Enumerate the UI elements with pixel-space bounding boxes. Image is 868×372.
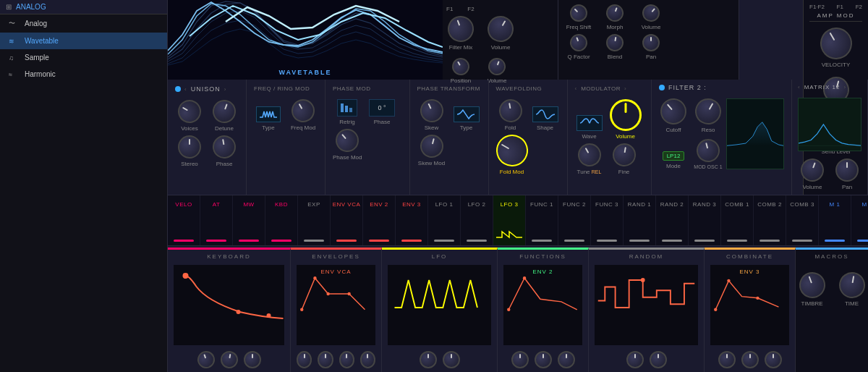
kb-knob2[interactable] bbox=[219, 350, 239, 370]
mod-cell-env3[interactable]: ENV 3 bbox=[396, 195, 428, 245]
mod-cell-func3[interactable]: FUNC 3 bbox=[591, 195, 624, 245]
rand-knob2[interactable] bbox=[650, 351, 667, 368]
mod-cell-m2[interactable]: M 2 bbox=[851, 195, 868, 245]
freq-shift-knob[interactable] bbox=[566, 1, 591, 25]
env-knob2[interactable] bbox=[318, 351, 333, 368]
stereo-knob[interactable] bbox=[178, 135, 201, 158]
mod-cell-rand1[interactable]: RAND 1 bbox=[624, 195, 656, 245]
func-knob2[interactable] bbox=[535, 351, 552, 368]
mod-cell-func2[interactable]: FUNC 2 bbox=[558, 195, 591, 245]
mod-cell-velo[interactable]: VELO bbox=[168, 195, 200, 245]
mod-cell-rand3[interactable]: RAND 3 bbox=[689, 195, 721, 245]
mod-cell-env-vca[interactable]: ENV VCA bbox=[331, 195, 363, 245]
fold-knob[interactable] bbox=[497, 97, 524, 124]
func3-line bbox=[597, 240, 617, 242]
phase-mod-knob[interactable] bbox=[331, 124, 364, 156]
mod-prev[interactable]: ‹ bbox=[575, 85, 578, 92]
func-knob3[interactable] bbox=[558, 351, 575, 368]
mod-cell-func1[interactable]: FUNC 1 bbox=[526, 195, 558, 245]
random-title: RANDOM bbox=[595, 253, 698, 260]
mod-cell-mw[interactable]: MW bbox=[233, 195, 265, 245]
osc-right-area: Freq Shift Morph Volume Q Factor bbox=[558, 0, 739, 80]
func-knob1[interactable] bbox=[511, 351, 529, 368]
wt-volume-knob[interactable] bbox=[486, 56, 509, 78]
osc-volume-knob[interactable] bbox=[639, 1, 663, 25]
freq-type-display[interactable] bbox=[256, 106, 281, 122]
filter-volume-knob[interactable] bbox=[482, 11, 518, 46]
kb-knob3[interactable] bbox=[244, 351, 261, 368]
matrix-pan-knob[interactable] bbox=[835, 158, 859, 182]
morph-knob[interactable] bbox=[604, 2, 626, 25]
tune-knob[interactable] bbox=[574, 139, 605, 171]
env-knob1[interactable] bbox=[297, 351, 312, 368]
skew-mod-knob[interactable] bbox=[417, 132, 446, 160]
f2-label: F2 bbox=[467, 6, 474, 12]
q-factor-knob[interactable] bbox=[568, 32, 590, 54]
shape-display[interactable] bbox=[532, 106, 558, 122]
freq-mod-knob[interactable] bbox=[287, 95, 319, 127]
mode-badge[interactable]: LP12 bbox=[663, 151, 685, 161]
mod-cell-rand2[interactable]: RAND 2 bbox=[656, 195, 689, 245]
reso-knob[interactable] bbox=[690, 93, 726, 129]
osc-type-wavetable[interactable]: ≋ Wavetable bbox=[0, 33, 167, 49]
comb-knob1[interactable] bbox=[718, 351, 736, 368]
matrix-prev[interactable]: ‹ bbox=[798, 84, 801, 90]
mod-cell-lfo2[interactable]: LFO 2 bbox=[461, 195, 493, 245]
matrix-volume-knob[interactable] bbox=[797, 155, 827, 185]
timbre-knob[interactable] bbox=[796, 269, 829, 302]
phase-unison-knob[interactable] bbox=[210, 133, 237, 160]
mod-next[interactable]: › bbox=[624, 85, 627, 92]
osc-type-harmonic[interactable]: ≈ Harmonic bbox=[0, 66, 167, 83]
comb-knob2[interactable] bbox=[741, 351, 759, 368]
env-knob4[interactable] bbox=[360, 351, 375, 368]
mod-cell-exp[interactable]: EXP bbox=[298, 195, 331, 245]
position-knob[interactable] bbox=[449, 55, 473, 79]
mod-volume-indicator[interactable] bbox=[610, 99, 642, 131]
mod-cell-m1[interactable]: M 1 bbox=[819, 195, 851, 245]
velocity-knob[interactable] bbox=[814, 22, 857, 65]
fold-mod-knob[interactable] bbox=[490, 129, 533, 172]
fine-knob[interactable] bbox=[610, 141, 637, 168]
transform-type-label: Type bbox=[460, 124, 472, 131]
f1-top: F1·F2 bbox=[809, 4, 825, 10]
osc-pan-knob[interactable] bbox=[642, 34, 660, 51]
lfo-knob1[interactable] bbox=[420, 351, 437, 368]
matrix-next[interactable]: › bbox=[843, 84, 846, 90]
lfo-knob2[interactable] bbox=[443, 351, 460, 368]
mod-cell-kbd[interactable]: KBD bbox=[265, 195, 298, 245]
kbd-label: KBD bbox=[275, 201, 288, 208]
freq-ring-header: FREQ / RING MOD bbox=[254, 85, 318, 92]
mod-cell-comb1[interactable]: COMB 1 bbox=[721, 195, 754, 245]
detune-knob[interactable] bbox=[209, 96, 239, 126]
mod-cell-at[interactable]: AT bbox=[200, 195, 233, 245]
mod-cell-comb3[interactable]: COMB 3 bbox=[786, 195, 819, 245]
mod-cell-comb2[interactable]: COMB 2 bbox=[754, 195, 786, 245]
blend-group: Blend bbox=[600, 34, 629, 60]
retrig-display[interactable] bbox=[337, 99, 357, 117]
filter-top-knobs: Filter Mix Volume bbox=[446, 16, 554, 51]
unison-prev[interactable]: ‹ bbox=[184, 86, 187, 93]
mod-cell-lfo1[interactable]: LFO 1 bbox=[428, 195, 461, 245]
filter-mix-knob[interactable] bbox=[444, 12, 477, 46]
wave-display[interactable] bbox=[576, 115, 603, 131]
phase-value-display[interactable]: 0 ° bbox=[369, 99, 395, 117]
kb-knob1[interactable] bbox=[195, 349, 217, 371]
mod-cell-env2[interactable]: ENV 2 bbox=[363, 195, 396, 245]
blend-knob[interactable] bbox=[605, 33, 625, 53]
env-knob3[interactable] bbox=[339, 351, 354, 368]
voices-knob[interactable] bbox=[174, 96, 205, 127]
transform-type-display[interactable] bbox=[454, 106, 480, 122]
time-knob[interactable] bbox=[837, 270, 867, 300]
osc-right-bottom-row: Q Factor Blend Pan bbox=[564, 34, 733, 60]
mod-osc1-knob[interactable] bbox=[694, 136, 722, 164]
mod-cell-lfo3[interactable]: LFO 3 bbox=[493, 195, 526, 245]
filter-mix-label: Filter Mix bbox=[449, 44, 472, 51]
comb-knob3[interactable] bbox=[765, 351, 782, 368]
skew-knob[interactable] bbox=[416, 96, 447, 127]
osc-type-sample[interactable]: ♫ Sample bbox=[0, 49, 167, 66]
osc-type-analog[interactable]: 〜 Analog bbox=[0, 14, 167, 33]
cutoff-knob[interactable] bbox=[655, 93, 692, 130]
reso-label: Reso bbox=[702, 127, 715, 133]
rand-knob1[interactable] bbox=[626, 351, 644, 368]
unison-next[interactable]: › bbox=[224, 86, 227, 93]
